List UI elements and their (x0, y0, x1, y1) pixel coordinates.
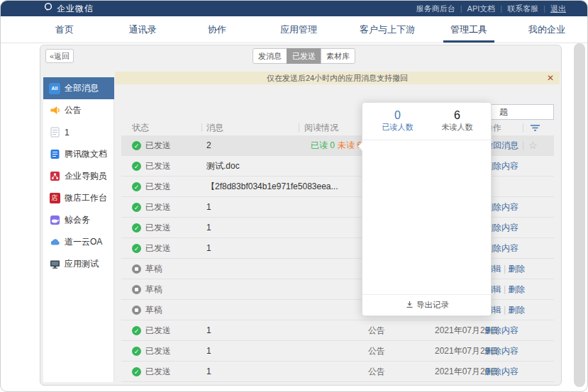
notice-banner-text: 仅在发送后24小时内的应用消息支持撤回 (267, 74, 408, 82)
cloud-blue-icon (49, 237, 60, 248)
nav-tab-5[interactable]: 管理工具 (450, 16, 487, 43)
row-actions: 删除内容 (484, 362, 518, 381)
topbar-link-0[interactable]: 服务商后台 (416, 4, 455, 14)
sidebar-item-5[interactable]: 店微店工作台 (43, 187, 114, 209)
status-text: 已发送 (145, 156, 171, 176)
message-text: 1 (206, 197, 211, 217)
sidebar-item-6[interactable]: 鲸会务 (43, 209, 114, 231)
sidebar-item-label: 全部消息 (65, 82, 99, 94)
action-separator: | (504, 264, 506, 274)
popup-stat-0[interactable]: 0已读人数 (372, 109, 423, 140)
message-text: 1 (206, 341, 211, 361)
action-link[interactable]: 删除内容 (484, 325, 518, 335)
vertical-scrollbar[interactable] (574, 43, 585, 387)
row-actions: 删除内容 (484, 320, 518, 340)
topbar-link-separator: | (543, 4, 545, 13)
filter-icon[interactable] (530, 124, 540, 134)
col-read-header: 阅读情况 (304, 120, 338, 135)
nav-tab-1[interactable]: 通讯录 (129, 16, 157, 43)
status-text: 草稿 (145, 300, 162, 320)
action-separator: | (504, 305, 506, 315)
sidebar-item-7[interactable]: 道一云OA (43, 231, 114, 253)
sidebar-item-4[interactable]: 企业导购员 (43, 165, 114, 187)
table-row[interactable]: ✓已发送1公告2021年07月20日删除内容 (121, 362, 554, 382)
app-title: 企业微信 (57, 3, 94, 15)
sidebar-item-2[interactable]: 1 (43, 121, 114, 143)
topbar-link-3[interactable]: 退出 (550, 4, 566, 14)
status-text: 已发送 (145, 135, 171, 155)
sidebar-item-label: 道一云OA (65, 236, 102, 248)
sidebar-item-label: 公告 (65, 104, 82, 116)
cell-divider (523, 141, 523, 150)
document-lines-icon (49, 127, 60, 138)
table-row[interactable]: ✓已发送1公告2021年07月29日删除内容 (121, 320, 554, 341)
status-text: 草稿 (145, 259, 162, 279)
message-text: 1 (206, 238, 211, 258)
message-tab-group: 发消息已发送素材库 (253, 48, 355, 64)
status-text: 已发送 (145, 320, 171, 340)
action-link[interactable]: 删除内容 (484, 346, 518, 356)
export-records-label: 导出记录 (416, 300, 449, 310)
message-text: 1 (206, 320, 211, 340)
tab-1[interactable]: 已发送 (287, 48, 321, 64)
header-divider (523, 123, 523, 132)
sidebar-item-0[interactable]: All全部消息 (43, 77, 114, 99)
tab-2[interactable]: 素材库 (321, 48, 355, 64)
tab-0[interactable]: 发消息 (253, 48, 287, 64)
topbar-link-1[interactable]: API文档 (467, 4, 496, 14)
action-link[interactable]: 删除内容 (484, 366, 518, 376)
sent-check-icon: ✓ (132, 367, 141, 376)
row-actions: 删除内容 (484, 341, 518, 361)
shop-red-icon: 店 (49, 193, 60, 204)
sent-check-icon: ✓ (132, 141, 141, 150)
popup-stat-1[interactable]: 6未读人数 (432, 109, 483, 140)
sidebar-item-label: 微店工作台 (65, 192, 107, 204)
status-text: 已发送 (145, 197, 171, 217)
nav-tab-4[interactable]: 客户与上下游 (360, 16, 415, 43)
monitor-dark-icon (49, 259, 60, 270)
message-type: 公告 (368, 341, 385, 361)
whale-purple-icon (49, 215, 60, 226)
message-text: 2 (206, 135, 211, 155)
col-message-header: 消息 (206, 120, 223, 135)
message-text: 1 (206, 362, 211, 381)
sidebar-item-label: 腾讯微文档 (65, 148, 107, 160)
sidebar-item-3[interactable]: 腾讯微文档 (43, 143, 114, 165)
status-text: 已发送 (145, 341, 171, 361)
draft-icon (132, 285, 141, 294)
stat-value: 0 (372, 109, 423, 122)
message-text: 1 (206, 218, 211, 237)
app-sidebar: All全部消息公告1腾讯微文档企业导购员店微店工作台鲸会务道一云OA应用测试 (43, 77, 114, 382)
stat-value: 6 (432, 109, 483, 122)
back-button[interactable]: «返回 (45, 49, 74, 63)
action-link[interactable]: 删除 (508, 305, 525, 315)
draft-icon (132, 306, 141, 315)
star-icon[interactable]: ☆ (528, 135, 538, 155)
action-link[interactable]: 删除 (508, 264, 525, 274)
notice-banner: 仅在发送后24小时内的应用消息支持撤回 ✕ (115, 72, 560, 84)
nav-tab-3[interactable]: 应用管理 (280, 16, 317, 43)
close-icon[interactable]: ✕ (547, 72, 554, 84)
sidebar-item-1[interactable]: 公告 (43, 99, 114, 121)
app-window: 企业微信 服务商后台|API文档|联系客服|退出 首页通讯录协作应用管理客户与上… (0, 0, 588, 392)
topbar-links: 服务商后台|API文档|联系客服|退出 (416, 1, 566, 16)
status-text: 已发送 (145, 238, 171, 258)
table-row[interactable]: ✓已发送1公告2021年07月29日删除内容 (121, 341, 554, 362)
sidebar-item-8[interactable]: 应用测试 (43, 253, 114, 275)
topbar-link-2[interactable]: 联系客服 (507, 4, 538, 14)
org-red-icon (49, 171, 60, 182)
nav-tab-6[interactable]: 我的企业 (528, 16, 565, 43)
sent-check-icon: ✓ (132, 182, 141, 191)
app-logo: 企业微信 (43, 1, 94, 16)
status-text: 已发送 (145, 362, 171, 381)
export-records-button[interactable]: 导出记录 (362, 294, 492, 315)
main-navbar: 首页通讯录协作应用管理客户与上下游管理工具我的企业 (1, 16, 588, 43)
action-link[interactable]: 删除 (508, 284, 525, 294)
read-count[interactable]: 已读 0 (311, 140, 335, 150)
megaphone-icon (49, 105, 60, 116)
sent-check-icon: ✓ (132, 244, 141, 253)
message-text: 测试.doc (206, 156, 240, 176)
stat-label: 已读人数 (372, 122, 423, 132)
nav-tab-0[interactable]: 首页 (55, 16, 74, 43)
nav-tab-2[interactable]: 协作 (208, 16, 226, 43)
